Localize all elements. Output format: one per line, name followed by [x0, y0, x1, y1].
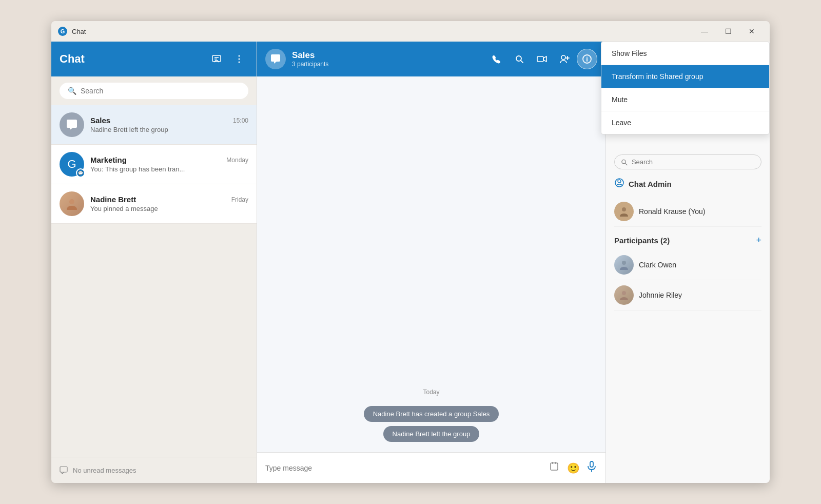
window-title: Chat [72, 28, 86, 35]
sidebar-footer: No unread messages [51, 457, 257, 483]
marketing-name: Marketing [90, 156, 127, 164]
chat-main: Sales 3 participants [257, 42, 605, 483]
participant-clark: Clark Owen [614, 250, 761, 280]
attachment-icon[interactable] [550, 461, 561, 475]
participants-section-header: Participants (2) + [614, 235, 761, 246]
svg-point-27 [618, 180, 621, 183]
right-search-icon [621, 159, 628, 166]
add-participant-icon[interactable] [554, 49, 575, 69]
sidebar-header-actions [207, 50, 248, 68]
chat-item-marketing[interactable]: G 💬 Marketing Monday You: This group has… [51, 145, 257, 184]
nadine-info: Nadine Brett Friday You pinned a message [90, 195, 248, 212]
participant-johnnie: Johnnie Riley [614, 280, 761, 311]
sales-name: Sales [90, 116, 110, 125]
search-input[interactable] [81, 87, 240, 95]
svg-point-8 [69, 199, 74, 204]
app-window: G Chat — ☐ ✕ Chat [51, 21, 770, 483]
system-message-bubble-2: Nadine Brett left the group [383, 426, 480, 442]
marketing-badge-icon: 💬 [76, 168, 85, 178]
right-search-input[interactable] [632, 158, 755, 166]
sales-avatar [60, 112, 84, 137]
chat-header-name: Sales [292, 50, 480, 61]
svg-point-6 [239, 59, 240, 60]
info-icon[interactable] [577, 49, 597, 69]
system-message-created: Nadine Brett has created a group Sales [267, 406, 595, 422]
sales-info: Sales 15:00 Nadine Brett left the group [90, 116, 248, 133]
sales-time: 15:00 [233, 117, 248, 124]
window-controls: — ☐ ✕ [693, 23, 764, 40]
admin-name: Ronald Krause (You) [639, 207, 705, 216]
titlebar-left: G Chat [57, 26, 86, 36]
chat-admin-icon [614, 178, 624, 190]
chat-messages: Today Nadine Brett has created a group S… [257, 76, 605, 452]
dropdown-transform[interactable]: Transform into Shared group [601, 65, 769, 88]
message-input[interactable] [265, 464, 543, 472]
chat-header-participants: 3 participants [292, 61, 480, 68]
emoji-icon[interactable]: 🙂 [567, 462, 580, 474]
marketing-preview: You: This group has been tran... [90, 165, 248, 173]
clark-avatar [614, 255, 634, 275]
search-icon: 🔍 [68, 87, 76, 95]
marketing-time: Monday [226, 157, 248, 164]
svg-point-28 [622, 207, 626, 211]
chat-admin-section: Chat Admin [614, 178, 761, 190]
video-icon[interactable] [532, 49, 552, 69]
dropdown-show-files[interactable]: Show Files [601, 42, 769, 65]
chat-input-area: 🙂 [257, 452, 605, 483]
nadine-time: Friday [231, 196, 248, 203]
add-participant-button[interactable]: + [756, 235, 761, 246]
svg-point-7 [239, 62, 240, 63]
sidebar-title: Chat [60, 52, 85, 66]
minimize-button[interactable]: — [693, 23, 716, 40]
nadine-avatar [60, 191, 84, 216]
sidebar: Chat [51, 42, 257, 483]
maximize-button[interactable]: ☐ [716, 23, 740, 40]
admin-avatar [614, 202, 634, 221]
svg-point-13 [561, 55, 565, 60]
close-button[interactable]: ✕ [740, 23, 764, 40]
svg-rect-22 [590, 461, 593, 467]
dropdown-menu: Show Files Transform into Shared group M… [601, 42, 770, 134]
date-divider: Today [267, 389, 595, 396]
admin-item: Ronald Krause (You) [614, 197, 761, 227]
chat-list: Sales 15:00 Nadine Brett left the group … [51, 105, 257, 457]
marketing-avatar: G 💬 [60, 152, 84, 177]
svg-text:G: G [61, 28, 65, 34]
svg-line-25 [625, 163, 627, 165]
chat-header: Sales 3 participants [257, 42, 605, 76]
app-logo-icon: G [57, 26, 68, 36]
svg-point-18 [587, 57, 588, 58]
marketing-info: Marketing Monday You: This group has bee… [90, 156, 248, 173]
chat-header-actions [486, 49, 597, 69]
nadine-name: Nadine Brett [90, 195, 136, 204]
no-messages-icon [60, 466, 69, 475]
right-search [614, 154, 761, 169]
svg-point-5 [239, 55, 240, 57]
dropdown-mute[interactable]: Mute [601, 88, 769, 111]
microphone-icon[interactable] [586, 461, 597, 475]
titlebar: G Chat — ☐ ✕ [51, 21, 770, 42]
svg-rect-12 [537, 56, 543, 62]
main-content: Chat [51, 42, 770, 483]
right-panel-content: Chat Admin Ronald Krause (You) Participa… [606, 154, 770, 311]
svg-line-11 [521, 61, 523, 63]
system-message-left: Nadine Brett left the group [267, 426, 595, 442]
svg-rect-9 [60, 467, 67, 472]
more-options-icon[interactable] [230, 50, 248, 68]
clark-name: Clark Owen [639, 261, 676, 269]
footer-text: No unread messages [73, 467, 136, 474]
search-chat-icon[interactable] [509, 49, 530, 69]
chat-item-nadine[interactable]: Nadine Brett Friday You pinned a message [51, 184, 257, 224]
phone-icon[interactable] [486, 49, 507, 69]
chat-header-avatar [265, 49, 286, 69]
chat-header-info: Sales 3 participants [292, 50, 480, 68]
participants-label: Participants (2) [614, 236, 670, 245]
svg-point-29 [622, 261, 626, 265]
dropdown-leave[interactable]: Leave [601, 111, 769, 134]
nadine-preview: You pinned a message [90, 205, 248, 212]
new-chat-icon[interactable] [207, 50, 226, 68]
svg-rect-19 [551, 463, 558, 470]
chat-item-sales[interactable]: Sales 15:00 Nadine Brett left the group [51, 105, 257, 145]
search-bar: 🔍 [51, 76, 257, 105]
johnnie-name: Johnnie Riley [639, 291, 682, 299]
